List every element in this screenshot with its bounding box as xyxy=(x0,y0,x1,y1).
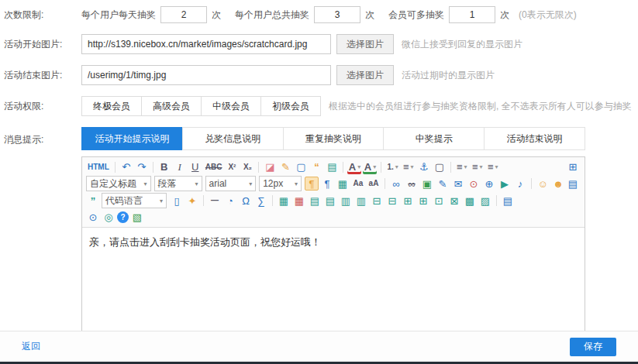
delete-row-icon[interactable]: ⊟ xyxy=(370,194,384,208)
underline-icon[interactable]: U xyxy=(188,160,202,174)
anchor-icon[interactable]: ⚓ xyxy=(417,160,431,174)
member-option-intermediate[interactable]: 中级会员 xyxy=(201,96,261,116)
pilcrow-icon[interactable]: ¶ xyxy=(305,177,319,191)
start-image-pick-button[interactable]: 选择图片 xyxy=(336,34,394,54)
strikethrough-icon[interactable]: ABC xyxy=(204,160,224,174)
split-row-icon[interactable]: ▩ xyxy=(463,194,477,208)
code-language-select[interactable]: 代码语言 xyxy=(102,193,167,208)
hr-icon[interactable]: — xyxy=(208,194,222,208)
formula-icon[interactable]: ∑ xyxy=(254,194,268,208)
total-input[interactable] xyxy=(314,6,360,23)
insert-code-icon[interactable]: ▯ xyxy=(170,194,184,208)
image-icon[interactable]: ▣ xyxy=(420,177,434,191)
line-height-icon[interactable]: ≡ xyxy=(486,160,500,174)
baidu-map-icon[interactable]: ⊕ xyxy=(482,177,496,191)
code-view-icon[interactable]: ▤ xyxy=(325,160,339,174)
per-day-input[interactable] xyxy=(160,6,207,23)
start-image-hint: 微信上接受到回复的显示图片 xyxy=(402,38,522,51)
tab-repeat-draw[interactable]: 重复抽奖说明 xyxy=(283,127,385,150)
extra-input[interactable] xyxy=(449,6,495,23)
unordered-list-icon[interactable]: ≡ xyxy=(402,160,416,174)
heading-select[interactable]: 自定义标题 xyxy=(86,176,151,191)
merge-cells-icon[interactable]: ⊞ xyxy=(401,194,415,208)
end-image-row: 活动结束图片: 选择图片 活动过期时的显示图片 xyxy=(0,65,638,85)
member-option-senior[interactable]: 高级会员 xyxy=(141,96,202,116)
lowercase-icon[interactable]: aA xyxy=(367,177,381,191)
tab-redeem-info[interactable]: 兑奖信息说明 xyxy=(182,127,284,150)
subscript-icon[interactable]: X₂ xyxy=(240,160,254,174)
end-image-label: 活动结束图片: xyxy=(4,69,81,82)
font-family-select[interactable]: arial xyxy=(205,176,257,191)
split-cell-icon[interactable]: ⊠ xyxy=(447,194,461,208)
delete-col-icon[interactable]: ⊟ xyxy=(385,194,399,208)
paste-icon[interactable]: ▧ xyxy=(130,211,144,225)
eraser-icon[interactable]: ◪ xyxy=(263,160,277,174)
highlight-color-icon[interactable]: A xyxy=(363,160,377,174)
tab-activity-end[interactable]: 活动结束说明 xyxy=(484,127,585,150)
find-replace-icon[interactable]: ◎ xyxy=(102,211,116,225)
start-image-input[interactable] xyxy=(81,34,331,54)
emotion-alt-icon[interactable]: ☻ xyxy=(551,177,565,191)
merge-right-icon[interactable]: ⊞ xyxy=(416,194,430,208)
insert-row-below-icon[interactable]: ▤ xyxy=(323,194,337,208)
save-button[interactable]: 保存 xyxy=(570,338,616,356)
end-image-pick-button[interactable]: 选择图片 xyxy=(336,65,394,85)
quote-icon[interactable]: ” xyxy=(86,194,100,208)
wordart-icon[interactable]: ✦ xyxy=(185,194,199,208)
format-brush-icon[interactable]: ✎ xyxy=(278,160,292,174)
insert-col-left-icon[interactable]: ▥ xyxy=(339,194,353,208)
bold-icon[interactable]: B xyxy=(157,160,171,174)
music-icon[interactable]: ♪ xyxy=(513,177,527,191)
help-icon[interactable]: ? xyxy=(117,211,129,223)
permission-label: 活动权限: xyxy=(4,100,81,113)
superscript-icon[interactable]: X² xyxy=(225,160,239,174)
unlink-icon[interactable]: ∞ xyxy=(405,177,419,191)
member-option-ultimate[interactable]: 终极会员 xyxy=(81,96,142,116)
table-icon[interactable]: ▦ xyxy=(336,177,350,191)
scrawl-icon[interactable]: ✎ xyxy=(436,177,450,191)
clear-doc-icon[interactable]: ▢ xyxy=(294,160,308,174)
emotion-icon[interactable]: ☺ xyxy=(536,177,550,191)
paragraph-select[interactable]: 段落 xyxy=(154,176,202,191)
special-char-icon[interactable]: Ω xyxy=(239,194,253,208)
map-icon[interactable]: ⊙ xyxy=(467,177,481,191)
fullscreen-icon[interactable]: ⊞ xyxy=(566,160,580,174)
indent-icon[interactable]: ≡ xyxy=(455,160,469,174)
editor-content[interactable]: 亲，请点击进入刮刮卡抽奖活动页面，祝您好运哦！ xyxy=(82,228,585,346)
split-col-icon[interactable]: ▨ xyxy=(478,194,492,208)
print-icon[interactable]: ▤ xyxy=(501,194,515,208)
message-tabs: 活动开始提示说明 兑奖信息说明 重复抽奖说明 中奖提示 活动结束说明 xyxy=(81,127,585,150)
text-direction-icon[interactable]: ¶ xyxy=(320,177,334,191)
separator xyxy=(496,195,497,206)
video-icon[interactable]: ▶ xyxy=(498,177,512,191)
italic-icon[interactable]: I xyxy=(173,160,187,174)
editor-toolbar: HTML↶↷BIUABCX²X₂◪✎▢“▤AA1.≡⚓▢≡≡≡⊞ 自定义标题 段… xyxy=(82,157,585,228)
link-icon[interactable]: ∞ xyxy=(389,177,403,191)
font-size-select[interactable]: 12px xyxy=(259,176,302,191)
time-icon[interactable]: ◔ xyxy=(223,194,237,208)
search-icon[interactable]: ⊙ xyxy=(86,211,100,225)
new-page-icon[interactable]: ▢ xyxy=(433,160,447,174)
attachment-icon[interactable]: ✉ xyxy=(451,177,465,191)
end-image-input[interactable] xyxy=(81,65,331,85)
back-link[interactable]: 返回 xyxy=(22,340,40,353)
tab-win-tip[interactable]: 中奖提示 xyxy=(383,127,485,150)
preview-icon[interactable]: ▤ xyxy=(566,177,580,191)
delete-table-icon[interactable]: ▦ xyxy=(292,194,306,208)
member-option-junior[interactable]: 初级会员 xyxy=(260,96,321,116)
html-source-icon[interactable]: HTML xyxy=(86,160,111,174)
tab-activity-start-tip[interactable]: 活动开始提示说明 xyxy=(81,127,183,150)
ordered-list-icon[interactable]: 1. xyxy=(385,160,399,174)
lottery-settings-form: 次数限制: 每个用户每天抽奖 次 每个用户总共抽奖 次 会员可多抽奖 次 (0表… xyxy=(0,0,638,347)
font-color-icon[interactable]: A xyxy=(347,160,361,174)
blockquote-icon[interactable]: “ xyxy=(309,160,323,174)
merge-down-icon[interactable]: ⊡ xyxy=(432,194,446,208)
align-icon[interactable]: ≡ xyxy=(471,160,485,174)
uppercase-icon[interactable]: Aa xyxy=(351,177,365,191)
redo-icon[interactable]: ↷ xyxy=(135,160,149,174)
start-image-row: 活动开始图片: 选择图片 微信上接受到回复的显示图片 xyxy=(0,34,638,54)
insert-col-right-icon[interactable]: ▥ xyxy=(354,194,368,208)
insert-row-above-icon[interactable]: ▤ xyxy=(308,194,322,208)
insert-table-icon[interactable]: ▦ xyxy=(277,194,291,208)
undo-icon[interactable]: ↶ xyxy=(119,160,133,174)
